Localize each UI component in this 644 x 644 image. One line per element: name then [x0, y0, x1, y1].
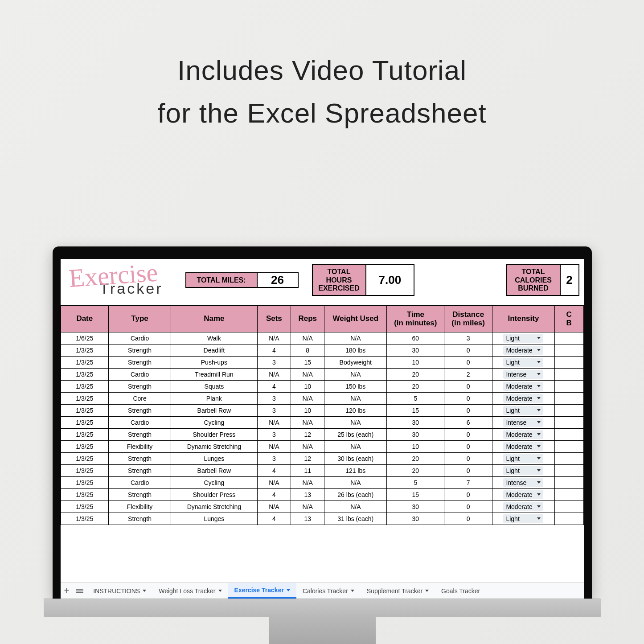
- cell-sets[interactable]: 3: [257, 356, 291, 368]
- cell-time[interactable]: 5: [387, 392, 444, 404]
- cell-time[interactable]: 20: [387, 452, 444, 464]
- cell-date[interactable]: 1/3/25: [61, 488, 109, 500]
- intensity-dropdown[interactable]: Light: [503, 466, 543, 475]
- cell-name[interactable]: Dynamic Stretching: [171, 500, 258, 513]
- intensity-dropdown[interactable]: Intense: [503, 370, 543, 379]
- cell-weight[interactable]: 25 lbs (each): [324, 428, 387, 440]
- cell-dist[interactable]: 0: [444, 356, 492, 368]
- cell-dist[interactable]: 7: [444, 476, 492, 488]
- cell-date[interactable]: 1/3/25: [61, 440, 109, 452]
- cell-type[interactable]: Flexibility: [109, 500, 171, 513]
- col-distance[interactable]: Distance (in miles): [444, 305, 492, 332]
- cell-intensity[interactable]: Intense: [492, 416, 554, 428]
- tab-weight-loss[interactable]: Weight Loss Tracker: [152, 583, 228, 599]
- cell-calories[interactable]: [554, 452, 583, 464]
- table-row[interactable]: 1/3/25StrengthLunges31230 lbs (each)200L…: [61, 452, 583, 464]
- table-row[interactable]: 1/3/25CorePlank3N/AN/A50Moderate: [61, 392, 583, 404]
- intensity-dropdown[interactable]: Moderate: [503, 502, 543, 511]
- cell-name[interactable]: Plank: [171, 392, 258, 404]
- cell-sets[interactable]: 3: [257, 452, 291, 464]
- cell-name[interactable]: Barbell Row: [171, 464, 258, 476]
- all-sheets-button[interactable]: [73, 583, 87, 599]
- table-row[interactable]: 1/3/25StrengthLunges41331 lbs (each)300L…: [61, 513, 583, 525]
- cell-weight[interactable]: 31 lbs (each): [324, 513, 387, 525]
- cell-type[interactable]: Core: [109, 392, 171, 404]
- cell-reps[interactable]: 13: [291, 488, 324, 500]
- cell-date[interactable]: 1/6/25: [61, 332, 109, 344]
- cell-name[interactable]: Cycling: [171, 476, 258, 488]
- cell-time[interactable]: 30: [387, 416, 444, 428]
- cell-dist[interactable]: 0: [444, 392, 492, 404]
- table-row[interactable]: 1/3/25FlexibilityDynamic StretchingN/AN/…: [61, 440, 583, 452]
- cell-dist[interactable]: 0: [444, 428, 492, 440]
- cell-dist[interactable]: 0: [444, 488, 492, 500]
- cell-dist[interactable]: 6: [444, 416, 492, 428]
- cell-sets[interactable]: N/A: [257, 368, 291, 380]
- cell-time[interactable]: 30: [387, 428, 444, 440]
- table-row[interactable]: 1/3/25FlexibilityDynamic StretchingN/AN/…: [61, 500, 583, 513]
- cell-time[interactable]: 20: [387, 380, 444, 392]
- table-row[interactable]: 1/3/25StrengthBarbell Row411121 lbs200Li…: [61, 464, 583, 476]
- cell-date[interactable]: 1/3/25: [61, 500, 109, 513]
- cell-name[interactable]: Cycling: [171, 416, 258, 428]
- cell-reps[interactable]: N/A: [291, 440, 324, 452]
- cell-type[interactable]: Strength: [109, 356, 171, 368]
- cell-sets[interactable]: 4: [257, 344, 291, 356]
- cell-date[interactable]: 1/3/25: [61, 392, 109, 404]
- cell-intensity[interactable]: Intense: [492, 476, 554, 488]
- cell-weight[interactable]: N/A: [324, 368, 387, 380]
- cell-reps[interactable]: 10: [291, 404, 324, 416]
- cell-date[interactable]: 1/3/25: [61, 356, 109, 368]
- cell-date[interactable]: 1/3/25: [61, 416, 109, 428]
- cell-weight[interactable]: 30 lbs (each): [324, 452, 387, 464]
- cell-date[interactable]: 1/3/25: [61, 452, 109, 464]
- table-row[interactable]: 1/3/25StrengthBarbell Row310120 lbs150Li…: [61, 404, 583, 416]
- col-type[interactable]: Type: [109, 305, 171, 332]
- col-time[interactable]: Time (in minutes): [387, 305, 444, 332]
- cell-name[interactable]: Walk: [171, 332, 258, 344]
- tab-goals[interactable]: Goals Tracker: [435, 583, 486, 599]
- cell-reps[interactable]: 15: [291, 356, 324, 368]
- cell-sets[interactable]: N/A: [257, 500, 291, 513]
- cell-intensity[interactable]: Light: [492, 356, 554, 368]
- cell-intensity[interactable]: Intense: [492, 368, 554, 380]
- cell-reps[interactable]: N/A: [291, 368, 324, 380]
- cell-calories[interactable]: [554, 392, 583, 404]
- cell-type[interactable]: Strength: [109, 404, 171, 416]
- col-intensity[interactable]: Intensity: [492, 305, 554, 332]
- cell-weight[interactable]: 120 lbs: [324, 404, 387, 416]
- cell-type[interactable]: Flexibility: [109, 440, 171, 452]
- cell-calories[interactable]: [554, 404, 583, 416]
- tab-supplement[interactable]: Supplement Tracker: [361, 583, 435, 599]
- cell-weight[interactable]: N/A: [324, 392, 387, 404]
- cell-sets[interactable]: N/A: [257, 332, 291, 344]
- table-row[interactable]: 1/3/25CardioCyclingN/AN/AN/A306Intense: [61, 416, 583, 428]
- cell-weight[interactable]: Bodyweight: [324, 356, 387, 368]
- table-row[interactable]: 1/6/25CardioWalkN/AN/AN/A603Light: [61, 332, 583, 344]
- cell-name[interactable]: Lunges: [171, 452, 258, 464]
- cell-sets[interactable]: 4: [257, 488, 291, 500]
- cell-dist[interactable]: 0: [444, 452, 492, 464]
- intensity-dropdown[interactable]: Light: [503, 334, 543, 343]
- cell-name[interactable]: Deadlift: [171, 344, 258, 356]
- cell-type[interactable]: Strength: [109, 380, 171, 392]
- intensity-dropdown[interactable]: Moderate: [503, 490, 543, 499]
- cell-intensity[interactable]: Moderate: [492, 392, 554, 404]
- cell-type[interactable]: Strength: [109, 488, 171, 500]
- intensity-dropdown[interactable]: Light: [503, 358, 543, 367]
- cell-type[interactable]: Strength: [109, 464, 171, 476]
- cell-calories[interactable]: [554, 500, 583, 513]
- intensity-dropdown[interactable]: Moderate: [503, 430, 543, 439]
- cell-reps[interactable]: 8: [291, 344, 324, 356]
- cell-type[interactable]: Cardio: [109, 476, 171, 488]
- cell-intensity[interactable]: Moderate: [492, 428, 554, 440]
- cell-dist[interactable]: 0: [444, 344, 492, 356]
- cell-time[interactable]: 15: [387, 404, 444, 416]
- cell-weight[interactable]: N/A: [324, 440, 387, 452]
- cell-dist[interactable]: 0: [444, 404, 492, 416]
- cell-intensity[interactable]: Light: [492, 452, 554, 464]
- cell-weight[interactable]: N/A: [324, 416, 387, 428]
- cell-dist[interactable]: 0: [444, 380, 492, 392]
- cell-reps[interactable]: N/A: [291, 476, 324, 488]
- cell-name[interactable]: Treadmill Run: [171, 368, 258, 380]
